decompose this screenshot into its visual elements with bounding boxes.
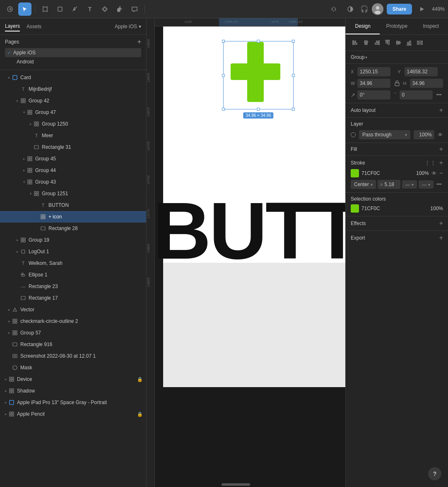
comment-tool-icon[interactable] bbox=[128, 2, 141, 16]
layer-ellipse1[interactable]: ▸ Ellipse 1 bbox=[0, 269, 146, 281]
stroke-line-style-selector[interactable]: — ▾ bbox=[402, 180, 417, 189]
layer-rect17[interactable]: ▸ Rectangle 17 bbox=[0, 292, 146, 304]
layer-rect23[interactable]: ▸ — Rectangle 23 bbox=[0, 281, 146, 292]
layer-meer[interactable]: ▸ T Meer bbox=[0, 130, 146, 141]
stroke-color-hex[interactable]: 71CF0C bbox=[361, 170, 412, 176]
opacity-input[interactable] bbox=[414, 130, 434, 139]
corner-input[interactable] bbox=[400, 90, 433, 99]
handle-top-center[interactable] bbox=[257, 40, 260, 43]
tab-prototype[interactable]: Prototype bbox=[380, 18, 414, 34]
expand-logout1[interactable]: ▸ bbox=[15, 249, 20, 254]
sel-color-hex[interactable]: 71CF0C bbox=[361, 206, 426, 211]
x-input[interactable] bbox=[357, 67, 390, 76]
layer-group47[interactable]: ▾ Group 47 bbox=[0, 107, 146, 118]
layer-ipad[interactable]: ▸ Apple iPad Pro 13" Space Gray - Portra… bbox=[0, 397, 146, 408]
lock-aspect-btn[interactable] bbox=[393, 79, 402, 88]
stroke-remove-btn[interactable]: − bbox=[439, 170, 443, 177]
move-tool-icon[interactable] bbox=[18, 2, 31, 16]
stroke-position-selector[interactable]: Center ▾ bbox=[351, 180, 376, 189]
handle-middle-right[interactable] bbox=[292, 74, 295, 77]
layer-logout1[interactable]: ▸ LogOut 1 bbox=[0, 246, 146, 257]
expand-group43[interactable]: ▾ bbox=[22, 179, 26, 184]
export-add-btn[interactable]: + bbox=[439, 234, 443, 242]
align-center-h-btn[interactable] bbox=[361, 38, 371, 47]
layer-mijnbedrijf[interactable]: ▸ T MijnBedrijf bbox=[0, 83, 146, 95]
layers-tree[interactable]: ▸ Card ▸ T MijnBedrijf ▸ Group 42 bbox=[0, 70, 146, 487]
expand-group1251[interactable]: ▾ bbox=[28, 191, 33, 196]
text-tool-icon[interactable]: T bbox=[83, 2, 96, 16]
expand-group19[interactable]: ▸ bbox=[15, 237, 20, 242]
expand-pencil[interactable]: ▸ bbox=[3, 412, 8, 417]
expand-shadow[interactable]: ▸ bbox=[3, 388, 8, 393]
expand-group42[interactable]: ▸ bbox=[15, 98, 20, 103]
handle-bottom-center[interactable] bbox=[257, 108, 260, 111]
handle-top-right[interactable] bbox=[292, 40, 295, 43]
layer-button[interactable]: ▸ T BUTTON bbox=[0, 199, 146, 211]
tab-design[interactable]: Design bbox=[346, 18, 380, 34]
h-input[interactable] bbox=[410, 79, 443, 88]
w-input[interactable] bbox=[357, 79, 390, 88]
blend-mode-selector[interactable]: Pass through ▾ bbox=[359, 130, 410, 139]
help-button[interactable]: ? bbox=[428, 467, 441, 480]
zoom-level[interactable]: 449% bbox=[432, 6, 445, 12]
frame-tool-icon[interactable] bbox=[39, 2, 52, 16]
stroke-eye-icon[interactable]: 👁 bbox=[431, 170, 437, 177]
layer-group1250[interactable]: ▸ Group 1250 bbox=[0, 118, 146, 130]
expand-group57[interactable]: ▸ bbox=[7, 330, 12, 335]
align-left-btn[interactable] bbox=[351, 38, 360, 47]
expand-group45[interactable]: ▸ bbox=[22, 156, 26, 161]
expand-group44[interactable]: ▸ bbox=[22, 168, 26, 173]
expand-ipad[interactable]: ▸ bbox=[3, 400, 8, 405]
layer-rect31[interactable]: ▸ Rectangle 31 bbox=[0, 141, 146, 153]
layer-screenshot[interactable]: ▸ Screenshot 2022-08-30 at 12.07 1 bbox=[0, 350, 146, 362]
canvas-content[interactable]: BUTTO 34.96 × 34.96 bbox=[155, 18, 345, 487]
stroke-color-swatch[interactable] bbox=[351, 169, 359, 177]
y-input[interactable] bbox=[405, 67, 438, 76]
more-corner-options-btn[interactable]: ••• bbox=[435, 90, 443, 99]
page-selector[interactable]: Apple iOS ▾ bbox=[115, 24, 141, 29]
tab-inspect[interactable]: Inspect bbox=[414, 18, 448, 34]
layer-group44[interactable]: ▸ Group 44 bbox=[0, 165, 146, 176]
pages-add-button[interactable]: + bbox=[137, 38, 141, 46]
layer-group42[interactable]: ▸ Group 42 bbox=[0, 95, 146, 107]
handle-bottom-right[interactable] bbox=[292, 108, 295, 111]
layer-group43[interactable]: ▾ Group 43 bbox=[0, 176, 146, 188]
expand-device[interactable]: ▸ bbox=[3, 377, 8, 382]
align-bottom-btn[interactable] bbox=[405, 38, 414, 47]
horizontal-scrollbar[interactable] bbox=[155, 482, 345, 487]
expand-group47[interactable]: ▾ bbox=[22, 110, 26, 115]
play-icon[interactable] bbox=[415, 2, 429, 16]
distribute-h-btn[interactable] bbox=[415, 38, 424, 47]
component-tool-icon[interactable] bbox=[98, 2, 111, 16]
layer-checkmark[interactable]: ▸ checkmark-circle-outline 2 bbox=[0, 315, 146, 327]
stroke-more-options-btn[interactable]: ••• bbox=[435, 180, 443, 189]
tab-layers[interactable]: Layers bbox=[5, 22, 20, 31]
visibility-eye-icon[interactable]: 👁 bbox=[438, 132, 443, 138]
expand-checkmark[interactable]: ▸ bbox=[7, 319, 12, 324]
effects-add-btn[interactable]: + bbox=[439, 220, 443, 227]
handle-middle-left[interactable] bbox=[222, 74, 225, 77]
page-item-apple-ios[interactable]: ✓ Apple iOS bbox=[5, 48, 141, 57]
pen-tool-icon[interactable] bbox=[68, 2, 82, 16]
stroke-width-input[interactable] bbox=[384, 182, 399, 187]
stroke-add-btn[interactable]: + bbox=[439, 159, 443, 167]
canvas-area[interactable]: 1225 1250.147 1275 1285.112 14600 14625 … bbox=[147, 18, 345, 487]
tab-assets[interactable]: Assets bbox=[26, 22, 41, 31]
stroke-dots-icon[interactable]: ⋮⋮ bbox=[424, 160, 436, 166]
contrast-icon[interactable] bbox=[344, 2, 357, 16]
user-avatar[interactable] bbox=[372, 3, 383, 15]
layer-welkom[interactable]: ▸ T Welkom, Sarah bbox=[0, 257, 146, 269]
expand-vector[interactable]: ▸ bbox=[7, 307, 12, 312]
expand-group1250[interactable]: ▸ bbox=[28, 121, 33, 126]
layer-card[interactable]: ▸ Card bbox=[0, 72, 146, 83]
layer-plus-icon[interactable]: ▸ + icon bbox=[0, 211, 146, 223]
stroke-opacity-value[interactable]: 100% bbox=[414, 170, 429, 176]
layer-shadow[interactable]: ▸ Shadow bbox=[0, 385, 146, 397]
auto-layout-add-btn[interactable]: + bbox=[439, 107, 443, 114]
headphone-icon[interactable]: 🎧 bbox=[360, 5, 369, 13]
layer-group45[interactable]: ▸ Group 45 bbox=[0, 153, 146, 165]
layer-rect28[interactable]: ▸ Rectangle 28 bbox=[0, 223, 146, 234]
align-center-v-btn[interactable] bbox=[394, 38, 403, 47]
shape-tool-icon[interactable] bbox=[53, 2, 67, 16]
sel-color-opacity[interactable]: 100% bbox=[429, 206, 443, 211]
